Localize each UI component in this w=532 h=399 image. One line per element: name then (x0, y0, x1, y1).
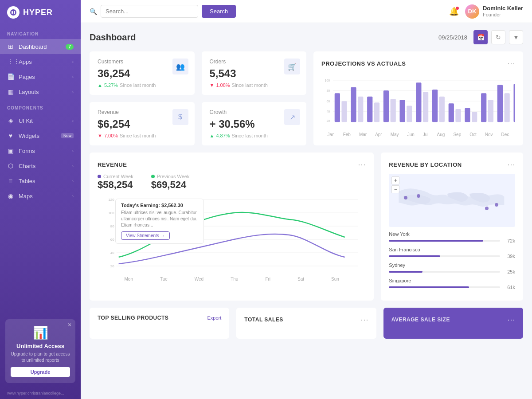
location-bar-fill (389, 286, 469, 288)
annotation-desc: Etiam ultrices nisi vel augue. Curabitur… (121, 210, 198, 228)
svg-rect-13 (341, 101, 347, 122)
previous-week-value: $69,524 (151, 179, 190, 191)
svg-rect-20 (400, 100, 405, 122)
upgrade-button[interactable]: Upgrade (11, 367, 70, 377)
location-value: 72k (503, 238, 515, 243)
chevron-right-icon: › (72, 59, 74, 64)
chevron-right-icon: › (72, 74, 74, 79)
svg-rect-18 (383, 90, 389, 122)
bar-label: Nov (485, 132, 493, 137)
sidebar-item-layouts[interactable]: ▦ Layouts › (0, 84, 81, 99)
customers-icon: 👥 (172, 59, 188, 74)
layouts-icon: ▦ (7, 88, 14, 95)
svg-rect-29 (472, 112, 477, 122)
location-bar-fill (389, 271, 422, 273)
location-bar-wrap: 25k (389, 269, 515, 274)
chevron-right-icon: › (72, 118, 74, 123)
svg-point-0 (10, 9, 16, 16)
svg-rect-12 (335, 93, 340, 122)
revenue-x-label: Fri (265, 277, 270, 282)
maps-icon: ◉ (7, 192, 14, 200)
change-down-icon: ▼ (98, 133, 102, 138)
export-button[interactable]: Export (207, 315, 222, 321)
sidebar-item-label: Charts (19, 163, 68, 169)
notification-button[interactable]: 🔔 (449, 7, 459, 16)
sidebar-item-dashboard[interactable]: ⊞ Dashboard 7 (0, 39, 81, 54)
sidebar-item-maps[interactable]: ◉ Maps › (0, 188, 81, 203)
calendar-button[interactable]: 📅 (473, 30, 488, 44)
total-sales-card: TOTAL SALES ⋯ (236, 308, 376, 339)
svg-rect-19 (391, 99, 396, 122)
total-sales-header: TOTAL SALES ⋯ (244, 315, 368, 325)
notification-dot (456, 7, 459, 10)
change-down-icon: ▼ (210, 82, 215, 88)
close-upgrade-button[interactable]: ✕ (67, 322, 72, 328)
svg-rect-14 (351, 87, 356, 122)
previous-week-label: Previous Week (151, 174, 190, 179)
bar-label: Apr (375, 132, 382, 137)
chevron-right-icon: › (72, 164, 74, 168)
location-bar-wrap: 72k (389, 238, 515, 243)
user-info[interactable]: DK Dominic Keller Founder (465, 4, 523, 19)
page-header-actions: 09/25/2018 📅 ↻ ▼ (438, 30, 523, 44)
logo[interactable]: HYPER (0, 0, 81, 25)
sidebar-item-tables[interactable]: ≡ Tables › (0, 173, 81, 188)
current-week-block: Current Week $58,254 (98, 174, 133, 191)
sidebar-item-uikit[interactable]: ◈ UI Kit › (0, 113, 81, 128)
revenue-card: REVENUE ⋯ Current Week $58,254 (90, 153, 374, 301)
view-statements-button[interactable]: View Statements → (121, 231, 170, 240)
total-sales-more-button[interactable]: ⋯ (360, 315, 368, 325)
sidebar-item-charts[interactable]: ⬡ Charts › (0, 158, 81, 173)
page-header: Dashboard 09/25/2018 📅 ↻ ▼ (90, 30, 523, 44)
sidebar-item-widgets[interactable]: ♥ Widgets New (0, 128, 81, 143)
bar-label: Sep (453, 132, 461, 137)
search-button[interactable]: Search (202, 5, 236, 18)
previous-week-dot (151, 175, 155, 178)
revenue-weeks: Current Week $58,254 Previous Week $69,5… (98, 174, 366, 191)
stat-card-customers: Customers 👥 36,254 ▲ 5.27% Since last mo… (90, 51, 195, 95)
current-week-value: $58,254 (98, 179, 133, 191)
avg-sale-more-button[interactable]: ⋯ (507, 315, 515, 325)
projections-card: PROJECTIONS VS ACTUALS ⋯ 100 80 60 40 20 (313, 51, 523, 145)
bar-chart-x-labels: JanFebMarAprMayJunJulAugSepOctNovDec (321, 132, 515, 137)
svg-rect-2 (14, 11, 15, 14)
upgrade-icon: 📊 (11, 325, 70, 340)
svg-text:60: 60 (110, 238, 114, 242)
upgrade-title: Unlimited Access (11, 343, 70, 349)
bar-label: Jan (328, 132, 335, 137)
bar-label: Dec (501, 132, 509, 137)
user-name: Dominic Keller (483, 5, 523, 12)
map-more-button[interactable]: ⋯ (507, 160, 515, 169)
sidebar-item-pages[interactable]: 📄 Pages › (0, 69, 81, 84)
pages-icon: 📄 (7, 73, 14, 80)
svg-text:20: 20 (110, 264, 114, 268)
svg-rect-32 (497, 85, 503, 122)
revenue-x-label: Tue (160, 277, 168, 282)
sidebar-item-label: Layouts (19, 89, 68, 95)
top-selling-title: TOP SELLING PRODUCTS (98, 315, 168, 321)
widgets-icon: ♥ (7, 132, 14, 139)
annotation-box: Today's Earning: $2,562.30 Etiam ultrice… (115, 199, 204, 244)
new-badge: New (61, 133, 74, 138)
location-bar-fill (389, 255, 440, 257)
refresh-button[interactable]: ↻ (491, 30, 505, 44)
stat-since: Since last month (120, 82, 156, 88)
filter-button[interactable]: ▼ (509, 30, 523, 44)
revenue-more-button[interactable]: ⋯ (358, 160, 366, 169)
location-bar-wrap: 39k (389, 254, 515, 259)
sidebar-item-label: Pages (19, 74, 68, 80)
svg-rect-31 (488, 100, 493, 122)
sidebar-item-forms[interactable]: ▣ Forms › (0, 143, 81, 158)
sidebar-item-label: Apps (19, 59, 68, 65)
dashboard-icon: ⊞ (7, 43, 14, 50)
sidebar-item-apps[interactable]: ⋮⋮ Apps › (0, 54, 81, 69)
projections-more-button[interactable]: ⋯ (507, 59, 515, 68)
location-row: New York 72k (389, 231, 515, 243)
chevron-right-icon: › (72, 194, 74, 199)
stats-right: Orders 🛒 5,543 ▼ 1.08% Since last month … (202, 51, 307, 145)
apps-icon: ⋮⋮ (7, 58, 14, 65)
search-input[interactable] (101, 5, 198, 18)
charts-icon: ⬡ (7, 162, 14, 169)
svg-rect-28 (465, 108, 470, 122)
bar-label: Jul (423, 132, 429, 137)
